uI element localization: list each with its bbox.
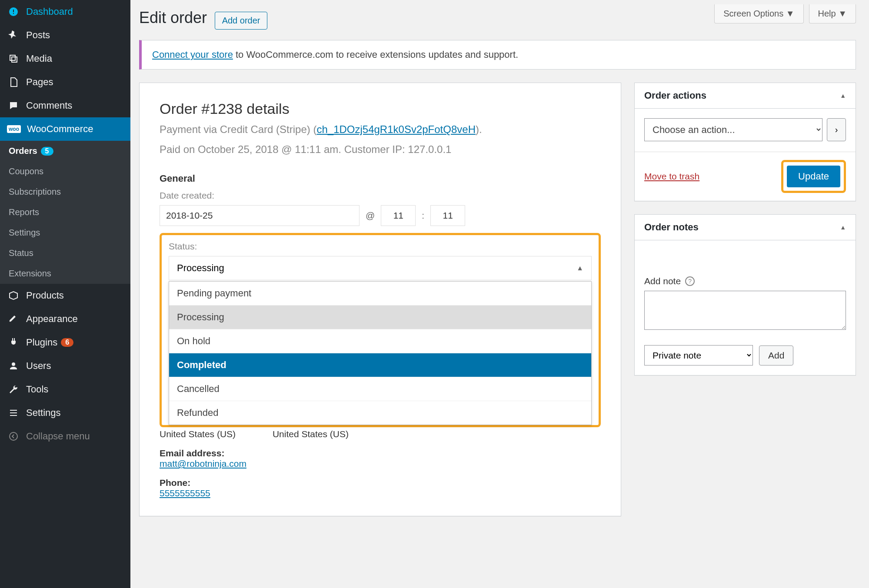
help-icon[interactable]: ? <box>685 276 695 286</box>
minute-input[interactable] <box>430 205 465 226</box>
sidebar-collapse[interactable]: Collapse menu <box>0 425 130 448</box>
sidebar-label: Products <box>26 290 64 301</box>
order-details-panel: Order #1238 details Payment via Credit C… <box>139 83 621 516</box>
sidebar-item-tools[interactable]: Tools <box>0 378 130 401</box>
hour-input[interactable] <box>381 205 416 226</box>
sidebar-item-plugins[interactable]: Plugins 6 <box>0 331 130 354</box>
sidebar-label: Posts <box>26 30 50 41</box>
sidebar-item-pages[interactable]: Pages <box>0 70 130 94</box>
status-option-processing[interactable]: Processing <box>169 306 591 329</box>
sidebar-item-comments[interactable]: Comments <box>0 94 130 117</box>
sidebar-sub-label: Subscriptions <box>9 187 61 197</box>
note-type-select[interactable]: Private note <box>644 345 753 365</box>
status-highlight: Status: Processing ▲ Pending payment Pro… <box>160 233 601 427</box>
sidebar-sub-subscriptions[interactable]: Subscriptions <box>0 182 130 202</box>
sidebar-item-appearance[interactable]: Appearance <box>0 307 130 331</box>
colon-separator: : <box>422 210 424 221</box>
general-heading: General <box>160 173 601 184</box>
sidebar-sub-label: Extensions <box>9 269 51 279</box>
billing-country: United States (US) <box>160 429 246 439</box>
sidebar-item-dashboard[interactable]: Dashboard <box>0 0 130 23</box>
sidebar-sub-settings[interactable]: Settings <box>0 223 130 243</box>
status-select[interactable]: Processing ▲ <box>169 256 592 280</box>
box-icon <box>7 290 20 301</box>
page-title: Edit order <box>139 9 207 27</box>
update-button[interactable]: Update <box>787 166 840 187</box>
wrench-icon <box>7 384 20 395</box>
sidebar-label: Pages <box>26 76 53 88</box>
status-option-cancelled[interactable]: Cancelled <box>169 377 591 401</box>
status-option-completed[interactable]: Completed <box>169 353 591 377</box>
at-separator: @ <box>366 210 375 221</box>
sidebar-item-users[interactable]: Users <box>0 354 130 378</box>
status-option-onhold[interactable]: On hold <box>169 329 591 353</box>
panel-toggle-icon[interactable]: ▲ <box>840 224 846 231</box>
date-created-row: @ : <box>160 205 601 226</box>
sidebar-item-posts[interactable]: Posts <box>0 23 130 47</box>
sidebar-sub-label: Reports <box>9 207 39 217</box>
dashboard-icon <box>7 7 20 17</box>
email-block: Email address: matt@robotninja.com <box>160 448 246 469</box>
shipping-country: United States (US) <box>273 429 349 439</box>
run-action-button[interactable]: › <box>827 118 846 141</box>
phone-label: Phone: <box>160 478 246 488</box>
status-option-pending[interactable]: Pending payment <box>169 282 591 306</box>
sidebar-item-settings[interactable]: Settings <box>0 401 130 425</box>
order-actions-panel: Order actions ▲ Choose an action... › Mo… <box>634 83 856 201</box>
move-to-trash-link[interactable]: Move to trash <box>644 171 699 182</box>
payment-prefix: Payment via Credit Card (Stripe) ( <box>160 123 316 135</box>
status-value: Processing <box>177 262 224 274</box>
media-icon <box>7 53 20 64</box>
phone-link[interactable]: 5555555555 <box>160 488 210 498</box>
sidebar-sub-label: Settings <box>9 228 40 238</box>
phone-block: Phone: 5555555555 <box>160 478 246 498</box>
add-note-label: Add note <box>644 276 681 286</box>
email-link[interactable]: matt@robotninja.com <box>160 458 246 468</box>
sidebar-item-products[interactable]: Products <box>0 284 130 307</box>
plug-icon <box>7 337 20 348</box>
sliders-icon <box>7 408 20 418</box>
sidebar-sub-label: Coupons <box>9 166 43 176</box>
payment-suffix: ). <box>476 123 482 135</box>
sidebar-label: Media <box>26 53 52 64</box>
sidebar-label: Tools <box>26 384 48 395</box>
status-option-refunded[interactable]: Refunded <box>169 401 591 425</box>
admin-sidebar: Dashboard Posts Media Pages Comments woo… <box>0 0 130 588</box>
update-highlight: Update <box>781 160 846 193</box>
sidebar-label: Appearance <box>26 313 78 325</box>
order-action-select[interactable]: Choose an action... <box>644 118 822 141</box>
pin-icon <box>7 30 20 40</box>
sidebar-sub-extensions[interactable]: Extensions <box>0 263 130 284</box>
status-label: Status: <box>169 241 592 252</box>
sidebar-sub-label: Status <box>9 248 33 258</box>
sidebar-sub-status[interactable]: Status <box>0 243 130 263</box>
comment-icon <box>7 100 20 111</box>
payment-link[interactable]: ch_1DOzj54gR1k0Sv2pFotQ8veH <box>316 123 476 135</box>
sidebar-label: Collapse menu <box>26 431 90 442</box>
page-icon <box>7 77 20 87</box>
sidebar-sub-orders[interactable]: Orders 5 <box>0 141 130 161</box>
order-title: Order #1238 details <box>160 100 601 117</box>
status-dropdown-list: Pending payment Processing On hold Compl… <box>169 281 592 425</box>
user-icon <box>7 361 20 371</box>
plugins-update-badge: 6 <box>61 338 73 347</box>
sidebar-item-woocommerce[interactable]: woo WooCommerce <box>0 117 130 141</box>
orders-count-badge: 5 <box>41 147 53 156</box>
chevron-up-icon: ▲ <box>576 264 583 272</box>
add-note-button[interactable]: Add <box>759 345 793 365</box>
connect-store-notice: Connect your store to WooCommerce.com to… <box>139 40 856 70</box>
add-order-button[interactable]: Add order <box>215 12 268 30</box>
notice-text: to WooCommerce.com to receive extensions… <box>233 49 518 60</box>
connect-store-link[interactable]: Connect your store <box>152 49 233 60</box>
sidebar-item-media[interactable]: Media <box>0 47 130 70</box>
sidebar-sub-reports[interactable]: Reports <box>0 202 130 223</box>
order-notes-title: Order notes <box>644 222 699 233</box>
date-input[interactable] <box>160 205 360 226</box>
order-notes-panel: Order notes ▲ Add note ? Private note Ad… <box>634 214 856 375</box>
email-label: Email address: <box>160 448 246 458</box>
sidebar-sub-coupons[interactable]: Coupons <box>0 161 130 182</box>
panel-toggle-icon[interactable]: ▲ <box>840 92 846 99</box>
note-textarea[interactable] <box>644 291 846 330</box>
svg-point-0 <box>10 432 17 440</box>
collapse-icon <box>7 431 20 442</box>
